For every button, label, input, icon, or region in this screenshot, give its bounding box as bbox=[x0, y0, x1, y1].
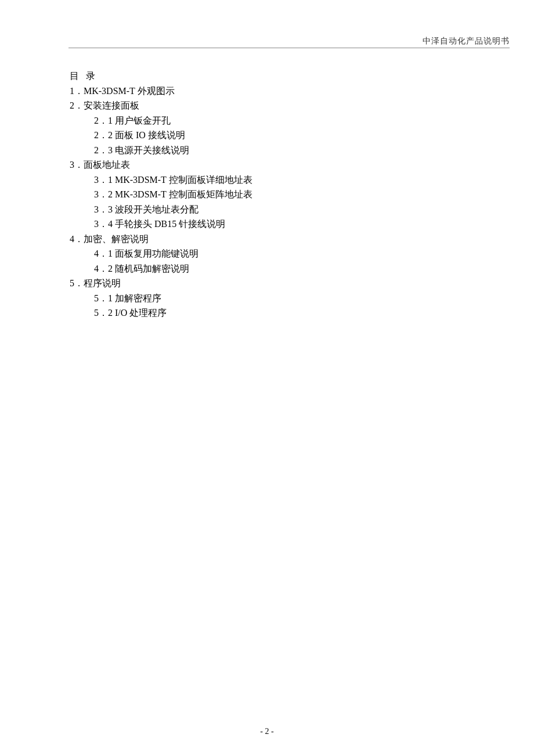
toc-text: 波段开关地址表分配 bbox=[113, 204, 199, 214]
toc-entry: 2．2 面板 IO 接线说明 bbox=[94, 128, 464, 143]
toc-title: 目 录 bbox=[70, 69, 464, 84]
toc-num: 3．2 bbox=[94, 189, 113, 199]
toc-entry: 3．3 波段开关地址表分配 bbox=[94, 202, 464, 217]
toc-num: 1． bbox=[70, 86, 84, 96]
toc-num: 4．2 bbox=[94, 264, 113, 273]
toc-num: 2．2 bbox=[94, 130, 113, 140]
toc-text: MK-3DSM-T 控制面板详细地址表 bbox=[113, 175, 252, 185]
toc-text: 随机码加解密说明 bbox=[113, 264, 189, 273]
header-divider bbox=[68, 48, 510, 48]
toc-num: 5．2 bbox=[94, 308, 113, 318]
toc-text: 加密、解密说明 bbox=[84, 234, 149, 244]
toc-num: 5．1 bbox=[94, 293, 113, 303]
toc-entry: 4．1 面板复用功能键说明 bbox=[94, 246, 464, 261]
toc-text: 加解密程序 bbox=[113, 293, 161, 303]
toc-entry: 4．加密、解密说明 bbox=[70, 232, 464, 247]
toc-entry: 1．MK-3DSM-T 外观图示 bbox=[70, 84, 464, 99]
toc-entry: 2．安装连接面板 bbox=[70, 98, 464, 113]
toc-entry: 3．4 手轮接头 DB15 针接线说明 bbox=[94, 217, 464, 232]
toc-entry: 3．2 MK-3DSM-T 控制面板矩阵地址表 bbox=[94, 187, 464, 202]
toc-entry: 2．3 电源开关接线说明 bbox=[94, 143, 464, 158]
toc-entry: 5．1 加解密程序 bbox=[94, 291, 464, 306]
toc-text: 安装连接面板 bbox=[84, 100, 139, 110]
toc-text: MK-3DSM-T 控制面板矩阵地址表 bbox=[113, 189, 252, 199]
document-header: 中泽自动化产品说明书 bbox=[423, 36, 510, 46]
toc-entry: 3．1 MK-3DSM-T 控制面板详细地址表 bbox=[94, 172, 464, 188]
toc-text: 用户钣金开孔 bbox=[113, 116, 171, 125]
toc-num: 3．3 bbox=[94, 204, 113, 214]
toc-text: MK-3DSM-T 外观图示 bbox=[84, 86, 175, 96]
toc-text: 面板复用功能键说明 bbox=[113, 249, 199, 258]
toc-text: 电源开关接线说明 bbox=[113, 145, 189, 155]
page-number: - 2 - bbox=[0, 727, 534, 736]
toc-text: 程序说明 bbox=[84, 278, 121, 288]
toc-text: 面板 IO 接线说明 bbox=[113, 130, 185, 140]
toc-entry: 5．程序说明 bbox=[70, 276, 464, 291]
toc-num: 2．1 bbox=[94, 116, 113, 125]
toc-container: 目 录 1．MK-3DSM-T 外观图示 2．安装连接面板 2．1 用户钣金开孔… bbox=[70, 69, 464, 321]
toc-text: 手轮接头 DB15 针接线说明 bbox=[113, 219, 225, 229]
toc-num: 3．1 bbox=[94, 175, 113, 185]
toc-num: 3． bbox=[70, 160, 84, 170]
toc-text: I/O 处理程序 bbox=[113, 308, 167, 318]
toc-entry: 2．1 用户钣金开孔 bbox=[94, 113, 464, 128]
toc-text: 面板地址表 bbox=[84, 160, 130, 170]
toc-entry: 3．面板地址表 bbox=[70, 157, 464, 172]
toc-num: 2． bbox=[70, 100, 84, 110]
toc-num: 2．3 bbox=[94, 145, 113, 155]
toc-num: 4． bbox=[70, 234, 84, 244]
toc-num: 4．1 bbox=[94, 249, 113, 258]
toc-num: 5． bbox=[70, 278, 84, 288]
toc-entry: 5．2 I/O 处理程序 bbox=[94, 305, 464, 321]
toc-num: 3．4 bbox=[94, 219, 113, 229]
toc-entry: 4．2 随机码加解密说明 bbox=[94, 261, 464, 276]
